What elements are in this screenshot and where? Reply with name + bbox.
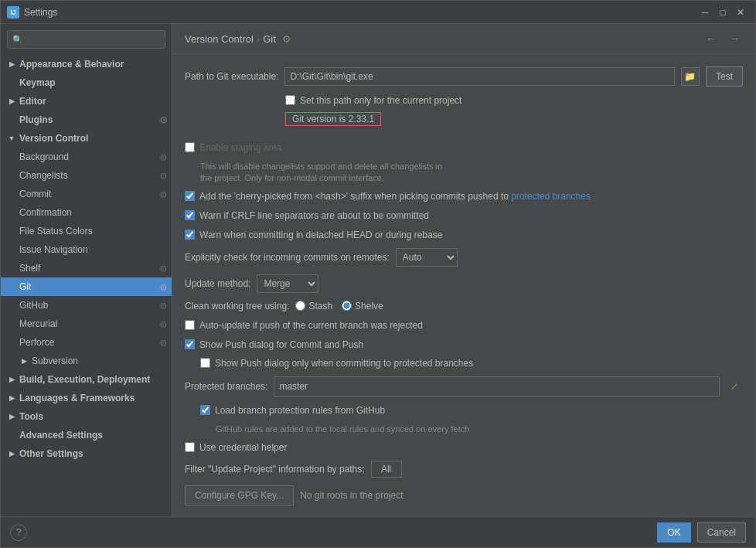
staging-subtext: This will disable changelists support an… — [200, 161, 743, 185]
show-push-protected-checkbox[interactable] — [200, 358, 210, 368]
settings-window: IJ Settings ─ □ ✕ ▶ Appearance & Behavio… — [0, 0, 756, 548]
incoming-commits-dropdown[interactable]: Auto Always Never — [396, 248, 458, 267]
show-push-protected-label: Show Push dialog only when committing to… — [215, 357, 473, 370]
cherry-pick-row: Add the 'cherry-picked from <hash>' suff… — [185, 190, 743, 203]
settings-icon-background: ⚙ — [159, 152, 169, 162]
back-button[interactable]: ← — [703, 30, 720, 47]
sidebar-item-file-status[interactable]: File Status Colors — [1, 222, 172, 240]
content-area: ▶ Appearance & Behavior Keymap ▶ Editor … — [1, 24, 755, 516]
help-button[interactable]: ? — [10, 524, 27, 541]
sidebar-item-advanced[interactable]: Advanced Settings — [1, 426, 172, 444]
sidebar-item-build[interactable]: ▶ Build, Execution, Deployment — [1, 370, 172, 389]
settings-body: Path to Git executable: 📁 Test Set this … — [172, 54, 755, 516]
sidebar-item-background-label: Background — [19, 151, 69, 162]
minimize-button[interactable]: ─ — [696, 4, 713, 21]
sidebar-item-plugins-label: Plugins — [19, 114, 53, 125]
search-input[interactable] — [7, 30, 165, 49]
sidebar-item-version-control[interactable]: ▼ Version Control — [1, 129, 172, 148]
enable-staging-checkbox[interactable] — [185, 142, 195, 152]
sidebar-item-subversion[interactable]: ▶ Subversion — [1, 352, 172, 370]
sidebar-item-subversion-label: Subversion — [32, 356, 78, 366]
cancel-button[interactable]: Cancel — [697, 522, 746, 543]
title-bar: IJ Settings ─ □ ✕ — [1, 1, 755, 24]
sidebar-item-commit[interactable]: Commit ⚙ — [1, 185, 172, 203]
expand-icon-subversion: ▶ — [19, 356, 29, 366]
git-path-label: Path to Git executable: — [185, 71, 278, 82]
cherry-pick-checkbox[interactable] — [185, 191, 195, 201]
warn-detached-checkbox[interactable] — [185, 230, 195, 240]
sidebar-item-mercurial[interactable]: Mercurial ⚙ — [1, 315, 172, 333]
clean-tree-radio-group: Stash Shelve — [295, 301, 383, 311]
test-button[interactable]: Test — [706, 66, 743, 87]
load-protection-label: Load branch protection rules from GitHub — [215, 404, 385, 417]
stash-radio-label[interactable]: Stash — [295, 301, 332, 311]
protected-branches-input[interactable] — [274, 376, 720, 397]
sidebar-item-keymap[interactable]: Keymap — [1, 73, 172, 92]
sidebar-item-issue-nav-label: Issue Navigation — [19, 244, 88, 255]
sidebar-item-commit-label: Commit — [19, 189, 51, 199]
spacer-plugins — [7, 115, 16, 124]
expand-icon-build: ▶ — [7, 375, 16, 384]
sidebar-item-github[interactable]: GitHub ⚙ — [1, 296, 172, 315]
credential-helper-checkbox[interactable] — [185, 442, 195, 452]
browse-folder-button[interactable]: 📁 — [681, 67, 700, 86]
sidebar-item-perforce[interactable]: Perforce ⚙ — [1, 333, 172, 352]
settings-icon-changelists: ⚙ — [159, 171, 169, 180]
forward-button[interactable]: → — [726, 30, 743, 47]
git-path-input[interactable] — [284, 67, 675, 86]
sidebar-item-shelf-label: Shelf — [19, 263, 40, 274]
search-box — [1, 24, 172, 55]
protected-expand-button[interactable]: ⤢ — [726, 378, 743, 395]
sidebar-item-editor-label: Editor — [19, 96, 46, 107]
header-actions: ← → — [703, 30, 743, 47]
github-rules-subtext: GitHub rules are added to the local rule… — [216, 424, 743, 435]
filter-update-label: Filter "Update Project" information by p… — [185, 464, 365, 475]
settings-icon-shelf: ⚙ — [159, 264, 169, 273]
sidebar-item-tools-label: Tools — [19, 411, 43, 422]
show-push-checkbox[interactable] — [185, 339, 195, 349]
sidebar-item-git[interactable]: Git ⚙ — [1, 277, 172, 296]
show-push-label: Show Push dialog for Commit and Push — [199, 339, 363, 352]
settings-icon-mercurial: ⚙ — [159, 319, 169, 328]
git-path-row: Path to Git executable: 📁 Test — [185, 66, 743, 87]
show-push-row: Show Push dialog for Commit and Push — [185, 339, 743, 352]
sidebar-item-appearance[interactable]: ▶ Appearance & Behavior — [1, 55, 172, 73]
load-protection-row: Load branch protection rules from GitHub — [200, 404, 743, 417]
sidebar-item-other[interactable]: ▶ Other Settings — [1, 444, 172, 463]
sidebar-item-changelists[interactable]: Changelists ⚙ — [1, 166, 172, 185]
shelve-radio[interactable] — [342, 301, 352, 311]
sidebar-item-languages[interactable]: ▶ Languages & Frameworks — [1, 389, 172, 407]
filter-update-input[interactable] — [371, 461, 402, 478]
update-method-dropdown[interactable]: Merge Rebase — [257, 274, 318, 293]
stash-radio[interactable] — [295, 301, 305, 311]
maximize-button[interactable]: □ — [714, 4, 731, 21]
settings-icon-git: ⚙ — [159, 282, 169, 291]
shelve-radio-label[interactable]: Shelve — [342, 301, 383, 311]
sidebar-item-changelists-label: Changelists — [19, 170, 68, 181]
expand-icon-vc: ▼ — [7, 134, 16, 143]
sidebar-item-git-label: Git — [19, 281, 31, 292]
sidebar-item-shelf[interactable]: Shelf ⚙ — [1, 259, 172, 277]
ok-button[interactable]: OK — [657, 522, 690, 543]
auto-update-checkbox[interactable] — [185, 320, 195, 330]
sidebar-item-issue-nav[interactable]: Issue Navigation — [1, 240, 172, 259]
load-protection-checkbox[interactable] — [200, 405, 210, 415]
sidebar-item-plugins[interactable]: Plugins ⚙ — [1, 111, 172, 129]
protected-branches-row: Protected branches: ⤢ — [185, 376, 743, 397]
sidebar-item-confirmation[interactable]: Confirmation — [1, 203, 172, 222]
sidebar-item-editor[interactable]: ▶ Editor — [1, 92, 172, 111]
sidebar-item-file-status-label: File Status Colors — [19, 226, 93, 237]
sidebar-item-perforce-label: Perforce — [19, 337, 54, 348]
settings-header-icon: ⚙ — [282, 33, 291, 45]
warn-crlf-checkbox[interactable] — [185, 210, 195, 220]
spacer-advanced — [7, 431, 16, 440]
sidebar-item-tools[interactable]: ▶ Tools — [1, 407, 172, 426]
app-icon: IJ — [7, 6, 19, 19]
bottom-right: OK Cancel — [657, 522, 746, 543]
clean-tree-row: Clean working tree using: Stash Shelve — [185, 301, 743, 311]
configure-gpg-button[interactable]: Configure GPG Key... — [185, 485, 294, 505]
set-path-checkbox[interactable] — [285, 95, 295, 105]
close-button[interactable]: ✕ — [732, 4, 749, 21]
warn-detached-row: Warn when committing in detached HEAD or… — [185, 229, 743, 242]
sidebar-item-background[interactable]: Background ⚙ — [1, 148, 172, 166]
